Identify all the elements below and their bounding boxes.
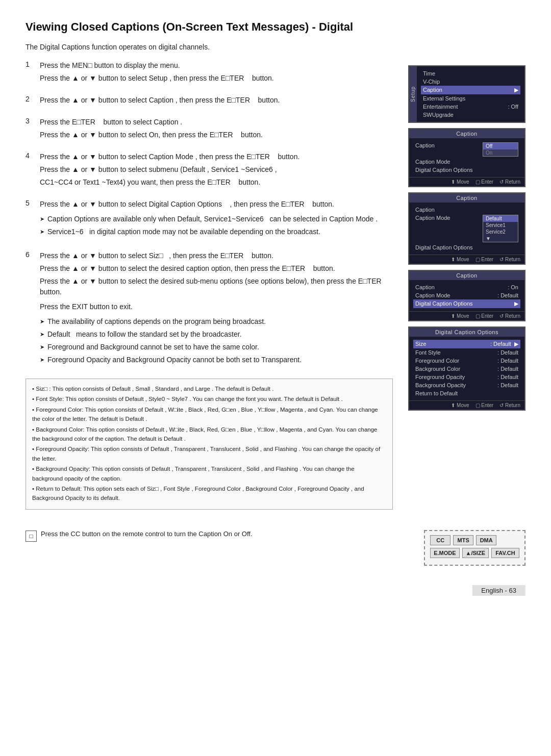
footer-enter: ▢ Enter [475, 179, 494, 185]
screen5-title: Digital Caption Options [409, 327, 524, 337]
remote-row-2: E.MODE ▲/SIZE FAV.CH [430, 548, 519, 558]
setup-item-external: External Settings [421, 94, 520, 103]
step-5: 5 Press the ▲ or ▼ button to select Digi… [26, 199, 393, 241]
step-4-line-2: Press the ▲ or ▼ button to select submen… [40, 164, 393, 175]
screen4-footer: ⬆ Move ▢ Enter ↺ Return [409, 311, 524, 320]
step-6-bullet-1: The availability of captions depends on … [40, 316, 393, 327]
caption3-mode: Caption Mode Default Service1 Service2 ▼ [413, 214, 520, 243]
steps-column: 1 Press the MEN□ button to display the m… [26, 60, 393, 510]
step-5-bullet-2: Service1~6 in digital caption mode may n… [40, 226, 393, 237]
step-3-num: 3 [26, 117, 35, 142]
step-3-line-1: Press the E□TER button to select Caption… [40, 117, 393, 128]
footer4-return: ↺ Return [499, 313, 520, 319]
caption3-options: Digital Caption Options [413, 243, 520, 251]
remote-size: ▲/SIZE [462, 548, 489, 558]
dropdown-arrow: ▼ [483, 235, 518, 242]
step-6-exit: Press the EXIT button to exit. [40, 301, 393, 312]
remote-cc: CC [430, 535, 450, 545]
remote-panel: CC MTS DMA E.MODE ▲/SIZE FAV.CH [424, 530, 525, 566]
step-2: 2 Press the ▲ or ▼ button to select Capt… [26, 95, 393, 108]
notes-box: • Siz□ : This option consists of Default… [26, 379, 393, 510]
screen3-title: Caption [409, 193, 524, 203]
footer5-move: ⬆ Move [451, 402, 469, 408]
step-3-content: Press the E□TER button to select Caption… [40, 117, 393, 142]
setup-item-entertainment: Entertainment : Off [421, 103, 520, 111]
caption2-mode: Caption Mode [413, 158, 520, 166]
screen4-body: Caption : On Caption Mode : Default Digi… [409, 280, 524, 311]
caption4-caption: Caption : On [413, 283, 520, 291]
note-1: • Siz□ : This option consists of Default… [32, 384, 386, 393]
step-6-bullets: The availability of captions depends on … [40, 316, 393, 365]
screen3-footer: ⬆ Move ▢ Enter ↺ Return [409, 255, 524, 264]
note-icon: □ [26, 531, 37, 542]
bottom-note-text: Press the CC button on the remote contro… [41, 530, 253, 538]
setup-item-swupgrade: SWUpgrade [421, 111, 520, 119]
step-5-line-1: Press the ▲ or ▼ button to select Digita… [40, 199, 393, 210]
intro-text: The Digital Captions function operates o… [26, 43, 525, 51]
dropdown-service1: Service1 [483, 222, 518, 229]
step-5-bullet-1: Caption Options are available only when … [40, 214, 393, 224]
step-2-line-1: Press the ▲ or ▼ button to select Captio… [40, 95, 393, 106]
remote-dma: DMA [476, 535, 496, 545]
step-6-bullet-4: Foreground Opacity and Background Opacit… [40, 355, 393, 365]
setup-item-vchip: V-Chip [421, 78, 520, 86]
screen-setup: Setup Time V-Chip Caption ▶ [408, 65, 525, 123]
caption2-options: Digital Caption Options [413, 166, 520, 174]
dco-bg-color: Background Color : Default [413, 365, 520, 373]
screen3-body: Caption Caption Mode Default Service1 Se… [409, 203, 524, 255]
step-4-line-3: CC1~CC4 or Text1 ~Text4) you want, then … [40, 177, 393, 188]
step-5-content: Press the ▲ or ▼ button to select Digita… [40, 199, 393, 241]
note-3: • Foreground Color: This option consists… [32, 405, 386, 424]
footer3-return: ↺ Return [499, 257, 520, 262]
step-6-bullet-2: Default means to follow the standard set… [40, 329, 393, 340]
footer5-enter: ▢ Enter [475, 402, 494, 408]
setup-sidebar-label: Setup [409, 66, 417, 122]
step-4-content: Press the ▲ or ▼ button to select Captio… [40, 152, 393, 190]
step-6-bullet-3: Foreground and Background cannot be set … [40, 342, 393, 352]
step-2-num: 2 [26, 95, 35, 108]
step-4-num: 4 [26, 152, 35, 190]
step-4: 4 Press the ▲ or ▼ button to select Capt… [26, 152, 393, 190]
setup-item-time: Time [421, 69, 520, 78]
step-3: 3 Press the E□TER button to select Capti… [26, 117, 393, 142]
footer-move: ⬆ Move [451, 179, 469, 185]
step-2-content: Press the ▲ or ▼ button to select Captio… [40, 95, 393, 108]
screen5-body: Size : Default ▶ Font Style : Default Fo… [409, 337, 524, 400]
screen-caption-off: Caption Caption Off On Caption Mode Digi… [408, 128, 525, 187]
step-6-line-2: Press the ▲ or ▼ button to select the de… [40, 263, 393, 274]
screen2-body: Caption Off On Caption Mode Digital Capt… [409, 138, 524, 177]
caption2-caption: Caption Off On [413, 141, 520, 158]
note-5: • Foreground Opacity: This option consis… [32, 444, 386, 463]
step-6-line-3: Press the ▲ or ▼ button to select the de… [40, 276, 393, 297]
caption4-mode: Caption Mode : Default [413, 291, 520, 299]
dropdown-service2: Service2 [483, 229, 518, 235]
step-6-num: 6 [26, 250, 35, 369]
dco-fg-opacity: Foreground Opacity : Default [413, 373, 520, 381]
footer5-return: ↺ Return [499, 402, 520, 408]
dco-return: Return to Default [413, 389, 520, 397]
page-title: Viewing Closed Captions (On-Screen Text … [26, 20, 525, 34]
caption3-dropdown: Default Service1 Service2 ▼ [483, 215, 518, 242]
step-5-num: 5 [26, 199, 35, 241]
dropdown-on-gray: On [483, 149, 518, 156]
caption3-caption: Caption [413, 206, 520, 214]
step-1-line-1: Press the MEN□ button to display the men… [40, 60, 393, 71]
dco-font: Font Style : Default [413, 348, 520, 357]
screen2-footer: ⬆ Move ▢ Enter ↺ Return [409, 177, 524, 186]
caption4-options: Digital Caption Options ▶ [413, 299, 520, 308]
dco-fg-color: Foreground Color : Default [413, 357, 520, 365]
note-7: • Return to Default: This option sets ea… [32, 484, 386, 503]
step-1-line-2: Press the ▲ or ▼ button to select Setup … [40, 73, 393, 84]
dropdown-default: Default [483, 215, 518, 222]
step-5-bullets: Caption Options are available only when … [40, 214, 393, 237]
bottom-section: □ Press the CC button on the remote cont… [26, 530, 525, 566]
screen-setup-body: Time V-Chip Caption ▶ External Settings [417, 66, 524, 122]
step-1: 1 Press the MEN□ button to display the m… [26, 60, 393, 86]
dropdown-off: Off [483, 143, 518, 149]
screen4-title: Caption [409, 271, 524, 280]
footer3-enter: ▢ Enter [475, 257, 494, 262]
step-6-content: Press the ▲ or ▼ button to select Siz□ ,… [40, 250, 393, 369]
footer3-move: ⬆ Move [451, 257, 469, 262]
setup-main: Time V-Chip Caption ▶ External Settings [417, 66, 524, 122]
step-1-content: Press the MEN□ button to display the men… [40, 60, 393, 86]
